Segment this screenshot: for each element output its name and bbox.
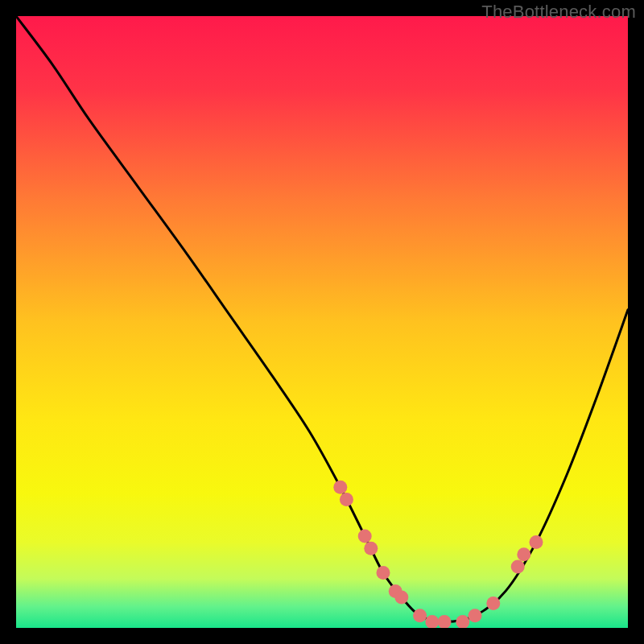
watermark-text: TheBottleneck.com xyxy=(481,2,636,23)
chart-svg xyxy=(16,16,628,628)
marker-dot xyxy=(394,591,408,605)
marker-dot xyxy=(413,609,427,622)
marker-dot xyxy=(364,542,378,555)
marker-dot xyxy=(517,547,530,561)
plot-area xyxy=(16,16,628,628)
chart-frame: TheBottleneck.com xyxy=(0,0,644,644)
marker-dot xyxy=(377,566,390,580)
marker-dot xyxy=(530,535,543,549)
marker-dot xyxy=(511,560,525,574)
marker-dot xyxy=(333,481,347,494)
marker-dot xyxy=(486,597,500,610)
marker-dot xyxy=(340,493,353,506)
marker-dot xyxy=(358,530,372,543)
marker-dot xyxy=(469,609,482,622)
